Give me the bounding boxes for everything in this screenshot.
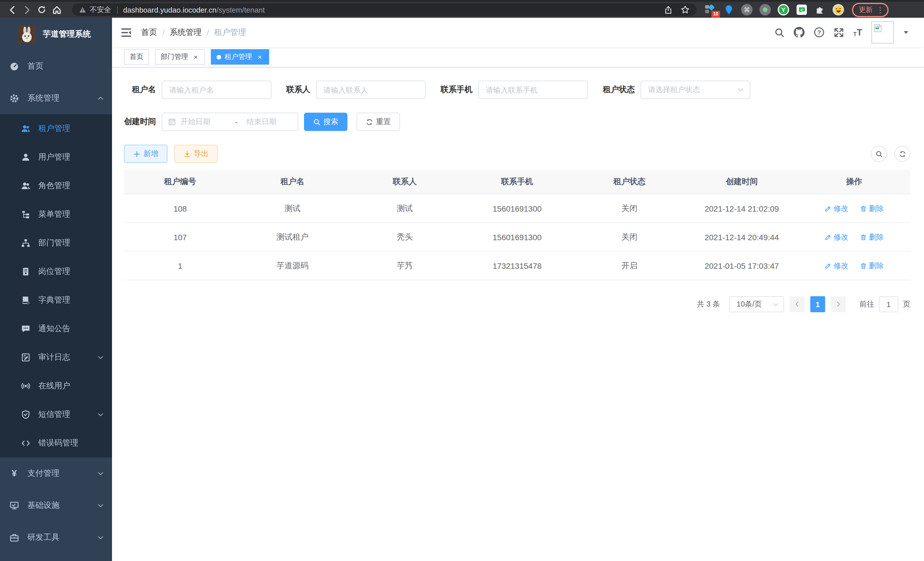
trash-icon <box>860 262 867 269</box>
sidebar-item-post[interactable]: 岗位管理 <box>0 257 112 286</box>
tab-home[interactable]: 首页 <box>124 49 149 65</box>
briefcase-icon <box>10 533 19 542</box>
prev-page-button[interactable] <box>790 296 805 312</box>
sidebar-item-menu[interactable]: 菜单管理 <box>0 200 112 229</box>
page-size-select[interactable]: 10条/页 <box>729 296 784 312</box>
not-secure-warning-icon <box>79 6 86 14</box>
col-created: 创建时间 <box>686 170 798 194</box>
help-icon[interactable] <box>814 27 825 38</box>
toggle-search-button[interactable] <box>871 146 887 162</box>
tab-dept[interactable]: 部门管理 × <box>155 49 205 65</box>
extension-command-icon[interactable]: ⌘ <box>741 4 753 15</box>
yen-icon: ¥ <box>10 468 19 479</box>
filter-row-1: 租户名 联系人 联系手机 租户状态 请选择租户状态 <box>124 81 910 99</box>
breadcrumb-current: 租户管理 <box>214 27 246 38</box>
close-icon[interactable]: × <box>192 53 200 61</box>
header-search-icon[interactable] <box>774 27 784 38</box>
trash-icon <box>860 205 867 212</box>
add-button[interactable]: 新增 <box>124 145 167 163</box>
user-icon <box>21 153 30 162</box>
sidebar-item-dict[interactable]: 字典管理 <box>0 286 112 314</box>
col-tenant-name: 租户名 <box>236 170 349 194</box>
font-size-icon[interactable]: TT <box>853 28 862 37</box>
mobile-input[interactable] <box>478 81 588 99</box>
extension-grid-icon[interactable]: 10 <box>705 4 716 15</box>
edit-icon <box>824 234 831 241</box>
omnibox-divider <box>117 6 117 14</box>
search-button[interactable]: 搜索 <box>304 113 347 131</box>
close-icon[interactable]: × <box>256 53 263 61</box>
sidebar-item-tenant[interactable]: 租户管理 <box>0 114 112 143</box>
extension-y-icon[interactable]: Y <box>778 4 789 15</box>
col-actions: 操作 <box>798 170 910 194</box>
tenant-name-input[interactable] <box>162 81 272 99</box>
sidebar-item-notice[interactable]: 通知公告 <box>0 314 112 343</box>
edit-link[interactable]: 修改 <box>824 232 848 242</box>
reset-button[interactable]: 重置 <box>357 113 400 131</box>
caret-down-icon[interactable] <box>903 29 909 35</box>
bookmark-star-icon[interactable] <box>681 5 690 14</box>
sidebar-item-user[interactable]: 用户管理 <box>0 143 112 171</box>
table-toolbar: 新增 导出 <box>124 145 910 163</box>
extension-green-dot-icon[interactable] <box>759 4 771 15</box>
tenant-users-icon <box>21 124 30 133</box>
start-date-placeholder: 开始日期 <box>181 117 226 127</box>
page-number-1[interactable]: 1 <box>810 296 825 312</box>
trash-icon <box>860 234 867 241</box>
sidebar-item-online-user[interactable]: 在线用户 <box>0 372 112 400</box>
sidebar-item-dept[interactable]: 部门管理 <box>0 229 112 257</box>
sidebar-item-system[interactable]: 系统管理 <box>0 82 112 114</box>
status-text: 关闭 <box>573 223 686 251</box>
sidebar-item-devtools[interactable]: 研发工具 <box>0 522 112 553</box>
extension-chat-icon[interactable] <box>796 4 807 15</box>
sidebar-item-home[interactable]: 首页 <box>0 50 112 82</box>
hamburger-icon[interactable] <box>121 27 132 38</box>
browser-reload-button[interactable] <box>34 3 49 17</box>
table-row: 107 测试租户 秃头 15601691300 关闭 2021-12-14 20… <box>124 223 910 251</box>
edit-link[interactable]: 修改 <box>824 260 848 271</box>
extension-kite-icon[interactable] <box>723 4 734 15</box>
breadcrumb-system[interactable]: 系统管理 <box>170 27 202 38</box>
delete-link[interactable]: 删除 <box>860 232 884 242</box>
edit-link[interactable]: 修改 <box>824 203 848 214</box>
fullscreen-icon[interactable] <box>834 27 844 38</box>
goto-page-input[interactable] <box>879 296 898 312</box>
browser-update-button[interactable]: 更新 ⋮ <box>852 3 889 17</box>
delete-link[interactable]: 删除 <box>860 260 884 271</box>
contact-input[interactable] <box>316 81 426 99</box>
browser-back-button[interactable] <box>4 3 20 17</box>
search-icon <box>875 150 883 158</box>
status-select[interactable]: 请选择租户状态 <box>640 81 750 99</box>
browser-home-button[interactable] <box>49 3 64 17</box>
extensions-puzzle-icon[interactable] <box>814 4 826 15</box>
date-range-picker[interactable]: 开始日期 - 结束日期 <box>162 113 298 131</box>
delete-link[interactable]: 删除 <box>860 203 884 214</box>
browser-toolbar: 不安全 dashboard.yudao.iocoder.cn/system/te… <box>0 0 924 18</box>
create-time-label: 创建时间 <box>124 117 156 127</box>
breadcrumb-home[interactable]: 首页 <box>141 27 157 38</box>
address-bar[interactable]: 不安全 dashboard.yudao.iocoder.cn/system/te… <box>72 3 697 16</box>
browser-menu-icon[interactable]: ⋮ <box>877 5 884 14</box>
col-tenant-id: 租户编号 <box>124 170 236 194</box>
sidebar-item-audit-log[interactable]: 审计日志 <box>0 343 112 372</box>
pagination: 共 3 条 10条/页 1 前往 页 <box>124 296 910 312</box>
export-button[interactable]: 导出 <box>174 145 218 163</box>
next-page-button[interactable] <box>831 296 846 312</box>
monitor-icon <box>10 501 19 510</box>
github-icon[interactable] <box>794 27 805 38</box>
profile-avatar-icon[interactable] <box>832 4 844 15</box>
sidebar-item-role[interactable]: 角色管理 <box>0 171 112 200</box>
col-mobile: 联系手机 <box>461 170 573 194</box>
dashboard-icon <box>10 62 19 71</box>
sidebar-item-payment[interactable]: ¥ 支付管理 <box>0 457 112 490</box>
tab-tenant[interactable]: 租户管理 × <box>211 49 269 65</box>
code-icon <box>21 439 30 448</box>
share-icon[interactable] <box>664 5 673 14</box>
user-avatar[interactable] <box>872 21 894 44</box>
sidebar-item-sms[interactable]: 短信管理 <box>0 400 112 429</box>
broadcast-icon <box>21 381 30 391</box>
sidebar-item-error-code[interactable]: 错误码管理 <box>0 429 112 457</box>
browser-forward-button[interactable] <box>20 3 34 17</box>
sidebar-item-infra[interactable]: 基础设施 <box>0 490 112 522</box>
refresh-table-button[interactable] <box>894 146 910 162</box>
